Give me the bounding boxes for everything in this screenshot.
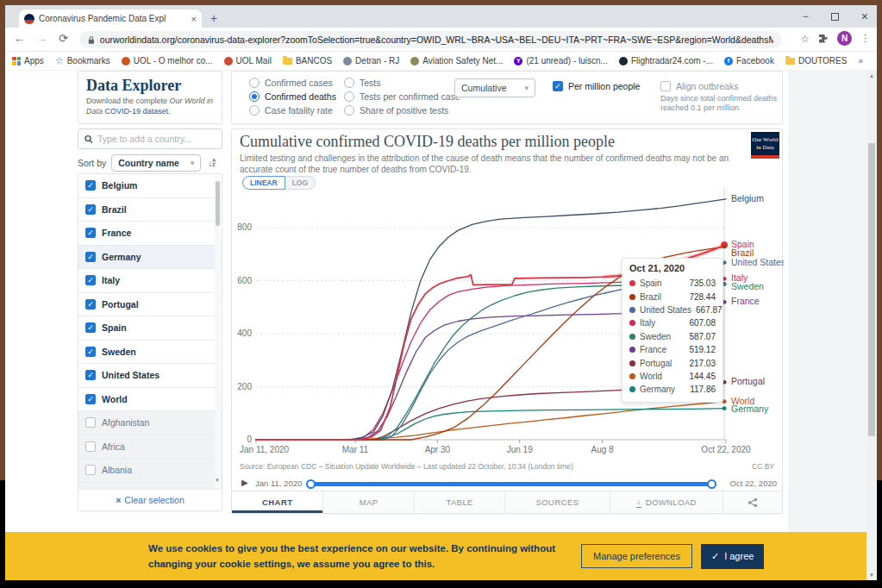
reload-icon[interactable]: ⟳ <box>59 32 68 45</box>
metric-radio-case-fatality-rate[interactable]: Case fatality rate <box>249 105 336 116</box>
window-minimize-button[interactable]: − <box>803 11 809 22</box>
checkbox-checked-icon: ✓ <box>85 322 96 333</box>
country-row-germany[interactable]: ✓Germany <box>78 246 222 270</box>
scroll-up-icon[interactable]: ▲ <box>868 73 875 78</box>
browser-tab[interactable]: Coronavirus Pandemic Data Expl × <box>19 9 202 28</box>
new-tab-button[interactable]: + <box>210 11 217 25</box>
browser-window: Coronavirus Pandemic Data Expl × + − × ←… <box>5 5 877 580</box>
country-search[interactable] <box>78 128 222 149</box>
tab-download[interactable]: ↓DOWNLOAD <box>610 491 723 513</box>
source-row: Source: European CDC – Situation Update … <box>240 462 774 471</box>
bookmark-star-icon[interactable]: ☆ <box>800 33 810 45</box>
series-dot-icon <box>629 320 635 326</box>
align-outbreaks-group: Align outbreaks Days since total confirm… <box>660 81 781 114</box>
country-row-brazil[interactable]: ✓Brazil <box>78 198 222 222</box>
series-label-united-states: United States <box>731 257 784 267</box>
menu-dots-icon[interactable]: ⋮ <box>860 33 870 44</box>
bookmark-flightradar24-com[interactable]: Flightradar24.com -... <box>619 56 713 66</box>
letter-icon: Y <box>514 57 522 66</box>
country-row-united-states[interactable]: ✓United States <box>78 364 222 388</box>
y-tick-label: 400 <box>237 328 252 338</box>
country-row-spain[interactable]: ✓Spain <box>78 316 222 341</box>
country-row-belgium[interactable]: ✓Belgium <box>78 174 222 198</box>
scrollbar-thumb[interactable] <box>868 143 875 436</box>
manage-preferences-button[interactable]: Manage preferences <box>581 544 692 568</box>
dataset-link[interactable]: COVID-19 dataset. <box>105 107 171 116</box>
clear-selection-button[interactable]: × Clear selection <box>78 489 222 510</box>
extensions-puzzle-icon[interactable] <box>818 34 829 44</box>
tab-map[interactable]: MAP <box>322 491 413 513</box>
bookmark-doutores[interactable]: DOUTORES <box>785 56 848 66</box>
country-row-sweden[interactable]: ✓Sweden <box>78 341 222 365</box>
series-dot-icon <box>629 373 635 379</box>
country-row-africa[interactable]: Africa <box>78 435 222 460</box>
timeline-slider: ▶ Jan 11, 2020 Oct 22, 2020 <box>232 475 782 492</box>
slider-track[interactable] <box>308 482 715 486</box>
bookmark-uol-mail[interactable]: UOL Mail <box>224 56 272 66</box>
bookmark-aviation-safety-net[interactable]: Aviation Safety Net... <box>410 56 503 66</box>
tab-chart[interactable]: CHART <box>232 491 322 513</box>
address-bar[interactable]: ourworldindata.org/coronavirus-data-expl… <box>79 31 782 48</box>
forward-icon[interactable]: → <box>36 32 47 45</box>
tooltip-row-world: World144.45 <box>629 370 716 383</box>
scroll-down-icon[interactable]: ▼ <box>868 572 875 578</box>
align-outbreaks-checkbox[interactable]: Align outbreaks <box>660 81 781 91</box>
window-maximize-button[interactable] <box>831 13 839 21</box>
scroll-down-icon[interactable]: ▼ <box>215 478 220 483</box>
cookie-banner: We use cookies to give you the best expe… <box>5 532 866 580</box>
source-text: Source: European CDC – Situation Update … <box>240 462 573 471</box>
tooltip-row-portugal: Portugal217.03 <box>629 356 716 369</box>
page-scrollbar[interactable]: ▲ ▼ <box>866 71 877 580</box>
series-label-germany: Germany <box>731 403 769 414</box>
bookmark-[interactable]: » <box>858 56 863 66</box>
tab-share[interactable] <box>722 491 782 513</box>
country-row-afghanistan[interactable]: Afghanistan <box>78 411 222 435</box>
profile-avatar[interactable]: N <box>837 31 852 46</box>
interval-dropdown[interactable]: Cumulative▾ <box>454 78 535 97</box>
slider-handle-start[interactable] <box>306 479 316 489</box>
owid-favicon <box>24 14 34 24</box>
bookmark-bancos[interactable]: BANCOS <box>283 56 332 66</box>
sort-order-icon[interactable]: ↓AZ <box>208 159 216 168</box>
country-row-world[interactable]: ✓World <box>78 388 222 412</box>
metric-radio-tests-per-confirmed-case[interactable]: Tests per confirmed case <box>344 91 460 102</box>
bookmark-bookmarks[interactable]: ☆Bookmarks <box>55 55 110 66</box>
star-icon: ☆ <box>55 55 64 66</box>
country-row-italy[interactable]: ✓Italy <box>78 269 222 293</box>
window-close-button[interactable]: × <box>861 10 868 22</box>
checkbox-empty-icon <box>85 465 96 475</box>
bookmark-21-unread-luiscn[interactable]: Y(21 unread) - luiscn... <box>514 56 608 66</box>
radio-icon <box>344 105 354 116</box>
per-million-checkbox[interactable]: ✓ Per million people <box>553 81 640 91</box>
back-icon[interactable]: ← <box>14 32 25 45</box>
metric-radio-share-of-positive-tests[interactable]: Share of positive tests <box>344 105 460 116</box>
series-label-belgium: Belgium <box>731 193 764 203</box>
bookmark-detran-rj[interactable]: Detran - RJ <box>343 56 399 66</box>
tab-close-icon[interactable]: × <box>191 14 197 24</box>
country-row-france[interactable]: ✓France <box>78 222 222 246</box>
country-row-albania[interactable]: Albania <box>78 459 222 483</box>
metric-radio-tests[interactable]: Tests <box>344 78 460 88</box>
site-icon <box>122 57 130 66</box>
slider-handle-end[interactable] <box>707 479 716 489</box>
sort-dropdown[interactable]: Country name▾ <box>111 154 201 172</box>
linear-button[interactable]: LINEAR <box>242 176 285 190</box>
series-label-portugal: Portugal <box>731 376 765 386</box>
tab-sources[interactable]: SOURCES <box>504 491 609 513</box>
play-icon[interactable]: ▶ <box>241 478 248 487</box>
y-tick-label: 800 <box>237 222 252 232</box>
country-list-scrollbar[interactable] <box>215 176 221 488</box>
metric-radio-confirmed-cases[interactable]: Confirmed cases <box>249 78 336 88</box>
tab-table[interactable]: TABLE <box>414 491 504 513</box>
bookmark-apps[interactable]: Apps <box>12 56 44 66</box>
search-input[interactable] <box>97 134 216 144</box>
agree-button[interactable]: ✓ I agree <box>701 544 764 569</box>
metric-radio-confirmed-deaths[interactable]: Confirmed deaths <box>249 91 336 102</box>
country-row-portugal[interactable]: ✓Portugal <box>78 293 222 317</box>
x-tick-label: Jan 11, 2020 <box>240 445 290 454</box>
page-content: Data Explorer Download the complete Our … <box>5 71 877 580</box>
bookmark-uol-o-melhor-co[interactable]: UOL - O melhor co... <box>122 56 213 66</box>
series-dot-icon <box>629 307 635 313</box>
checkbox-checked-icon: ✓ <box>85 275 96 285</box>
bookmark-facebook[interactable]: fFacebook <box>724 56 774 66</box>
